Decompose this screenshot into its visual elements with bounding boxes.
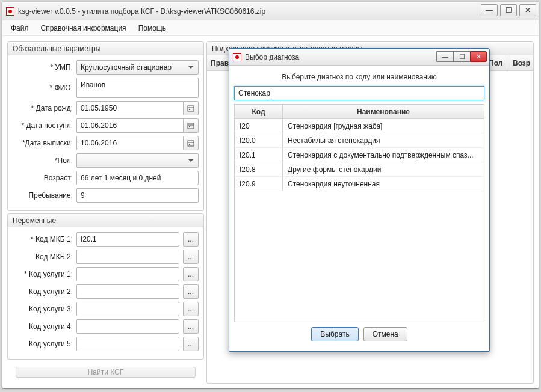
calendar-icon <box>187 105 194 112</box>
srv1-input[interactable] <box>76 267 179 281</box>
birth-calendar-button[interactable] <box>183 101 199 115</box>
ump-dropdown[interactable]: Круглосуточный стационар <box>76 60 199 75</box>
age-input[interactable]: 66 лет 1 месяц и 0 дней <box>76 171 199 185</box>
arrive-calendar-button[interactable] <box>183 118 199 133</box>
arrive-label: * Дата поступл: <box>13 121 73 130</box>
discharge-label: *Дата выписки: <box>13 139 73 147</box>
table-row[interactable]: I20Стенокардия [грудная жаба] <box>235 119 484 133</box>
diagnosis-search-input[interactable]: Стенокар <box>234 86 484 100</box>
variables-caption: Переменные <box>8 214 203 227</box>
cell-name: Другие формы стенокардии <box>283 162 484 176</box>
cell-code: I20.9 <box>235 177 283 191</box>
svg-rect-3 <box>188 123 194 129</box>
titlebar[interactable]: ksg-viewer v.0.0.5 - утилита подбора КСГ… <box>2 2 539 20</box>
close-button[interactable]: ✕ <box>519 4 536 16</box>
cell-code: I20.1 <box>235 148 283 162</box>
left-panel: Обязательные параметры * УМП: Круглосуто… <box>7 41 204 384</box>
menubar: Файл Справочная информация Помощь <box>2 20 539 36</box>
srv3-input[interactable] <box>76 302 179 316</box>
select-button[interactable]: Выбрать <box>311 327 358 341</box>
table-row[interactable]: I20.1Стенокардия с документально подтвер… <box>235 148 484 162</box>
srv1-browse-button[interactable]: ... <box>183 267 199 281</box>
srv5-input[interactable] <box>76 337 179 351</box>
table-row[interactable]: I20.9Стенокардия неуточненная <box>235 177 484 191</box>
cancel-button[interactable]: Отмена <box>363 327 407 341</box>
required-params-group: Обязательные параметры * УМП: Круглосуто… <box>7 41 204 211</box>
col-vozr[interactable]: Возр <box>509 55 533 70</box>
dialog-titlebar[interactable]: Выбор диагноза — ☐ ✕ <box>229 49 489 66</box>
dialog-app-icon <box>233 53 241 61</box>
cell-code: I20.0 <box>235 133 283 147</box>
mkb1-label: * Код МКБ 1: <box>13 235 73 243</box>
mkb2-label: Код МКБ 2: <box>13 253 73 261</box>
minimize-button[interactable]: — <box>481 4 498 16</box>
diagnosis-dialog: Выбор диагноза — ☐ ✕ Выберите диагноз по… <box>229 48 490 352</box>
mkb2-input[interactable] <box>76 250 179 264</box>
srv5-label: Код услуги 5: <box>13 340 73 348</box>
arrive-input[interactable]: 01.06.2016 <box>76 118 183 133</box>
dialog-title: Выбор диагноза <box>245 53 299 61</box>
col-name[interactable]: Наименование <box>283 105 484 118</box>
svg-rect-6 <box>188 141 194 146</box>
dialog-maximize-button[interactable]: ☐ <box>453 51 470 62</box>
svg-rect-2 <box>189 109 190 110</box>
diagnosis-table: Код Наименование I20Стенокардия [грудная… <box>234 104 484 322</box>
cell-code: I20 <box>235 119 283 133</box>
mkb1-browse-button[interactable]: ... <box>183 232 199 247</box>
birth-input[interactable]: 01.05.1950 <box>76 101 183 115</box>
srv4-label: Код услуги 4: <box>13 322 73 331</box>
srv4-input[interactable] <box>76 319 179 334</box>
dialog-instruction: Выберите диагноз по коду или наименовани… <box>234 70 484 86</box>
cell-code: I20.8 <box>235 162 283 176</box>
calendar-icon <box>187 122 194 129</box>
table-row[interactable]: I20.8Другие формы стенокардии <box>235 162 484 177</box>
sex-label: *Пол: <box>13 156 73 165</box>
col-code[interactable]: Код <box>235 105 283 118</box>
find-ksg-button[interactable]: Найти КСГ <box>16 367 196 378</box>
discharge-input[interactable]: 10.06.2016 <box>76 136 183 150</box>
text-caret <box>271 89 271 97</box>
srv1-label: * Код услуги 1: <box>13 270 73 278</box>
cell-name: Стенокардия неуточненная <box>283 177 484 191</box>
srv4-browse-button[interactable]: ... <box>183 319 199 334</box>
required-params-caption: Обязательные параметры <box>8 42 203 55</box>
birth-label: * Дата рожд: <box>13 104 73 112</box>
menu-help[interactable]: Помощь <box>138 24 166 32</box>
cell-name: Нестабильная стенокардия <box>283 133 484 147</box>
search-value: Стенокар <box>238 89 270 97</box>
srv5-browse-button[interactable]: ... <box>183 337 199 351</box>
svg-rect-8 <box>189 144 190 145</box>
cell-name: Стенокардия [грудная жаба] <box>283 119 484 133</box>
svg-rect-5 <box>189 126 190 127</box>
srv3-label: Код услуги 3: <box>13 305 73 313</box>
svg-rect-0 <box>188 106 194 111</box>
stay-label: Пребывание: <box>13 191 73 200</box>
menu-file[interactable]: Файл <box>11 24 29 32</box>
menu-reference[interactable]: Справочная информация <box>41 24 126 32</box>
calendar-icon <box>187 139 194 147</box>
cell-name: Стенокардия с документально подтвержденн… <box>283 148 484 162</box>
variables-group: Переменные * Код МКБ 1: I20.1 ... Код МК… <box>7 213 204 360</box>
stay-input[interactable]: 9 <box>76 188 199 203</box>
window-title: ksg-viewer v.0.0.5 - утилита подбора КСГ… <box>18 7 265 16</box>
sex-dropdown[interactable] <box>76 153 199 168</box>
app-icon <box>6 7 14 16</box>
fio-input[interactable]: Иванов <box>76 78 199 98</box>
srv2-label: Код услуги 2: <box>13 287 73 296</box>
srv2-input[interactable] <box>76 284 179 299</box>
fio-label: * ФИО: <box>13 84 73 92</box>
mkb2-browse-button[interactable]: ... <box>183 250 199 264</box>
discharge-calendar-button[interactable] <box>183 136 199 150</box>
maximize-button[interactable]: ☐ <box>500 4 517 16</box>
dialog-close-button[interactable]: ✕ <box>470 51 487 62</box>
table-row[interactable]: I20.0Нестабильная стенокардия <box>235 133 484 148</box>
mkb1-input[interactable]: I20.1 <box>76 232 179 247</box>
srv3-browse-button[interactable]: ... <box>183 302 199 316</box>
ump-label: * УМП: <box>13 63 73 72</box>
dialog-minimize-button[interactable]: — <box>436 51 453 62</box>
srv2-browse-button[interactable]: ... <box>183 284 199 299</box>
age-label: Возраст: <box>13 174 73 182</box>
